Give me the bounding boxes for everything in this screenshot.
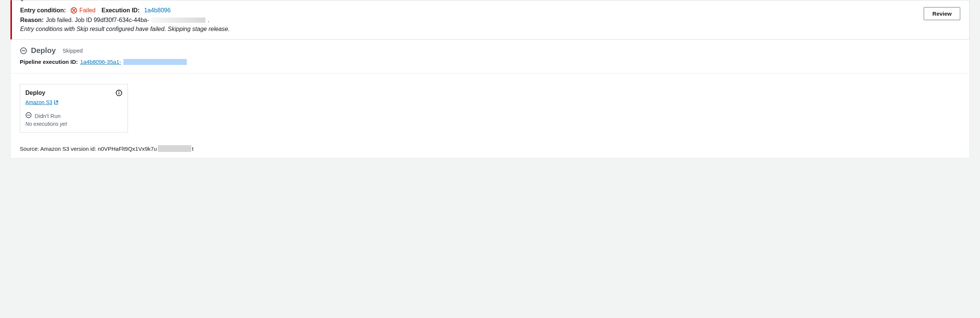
- svg-point-4: [119, 91, 119, 92]
- review-button[interactable]: Review: [924, 7, 960, 20]
- svg-rect-5: [119, 93, 119, 94]
- status-failed: Failed: [70, 7, 96, 14]
- source-suffix: t: [192, 145, 194, 152]
- failed-text: Failed: [80, 7, 96, 14]
- didnt-run-icon: [25, 112, 32, 120]
- reason-text: Job failed. Job ID 99df30f7-634c-44ba-: [46, 17, 149, 24]
- redacted-exec-id: [123, 59, 187, 65]
- provider-link[interactable]: Amazon S3: [25, 99, 59, 105]
- reason-label: Reason:: [20, 17, 44, 24]
- stage-status: Skipped: [63, 47, 83, 54]
- pipeline-exec-label: Pipeline execution ID:: [20, 59, 78, 65]
- action-card: Deploy Amazon S3: [20, 84, 128, 133]
- entry-condition-label: Entry condition:: [20, 7, 66, 14]
- skip-note: Entry conditions with Skip result config…: [20, 26, 918, 32]
- stage-panel: Deploy Skipped Pipeline execution ID: 1a…: [10, 40, 970, 158]
- source-line: Source: Amazon S3 version id: n0VPHaFlt9…: [20, 145, 960, 152]
- source-prefix: Source: Amazon S3 version id: n0VPHaFlt9…: [20, 145, 157, 152]
- entry-condition-panel: Entry condition: Failed Execution ID: 1a…: [10, 0, 970, 40]
- pipeline-connector-arrow-icon: [17, 0, 27, 4]
- provider-text: Amazon S3: [25, 99, 52, 105]
- redacted-jobid: [151, 18, 205, 23]
- pipeline-exec-link[interactable]: 1a4b8096-35a1-: [80, 59, 121, 65]
- execution-id-label: Execution ID:: [102, 7, 140, 14]
- execution-id-link[interactable]: 1a4b8096: [144, 7, 170, 14]
- reason-suffix: .: [208, 17, 209, 24]
- no-executions-text: No executions yet: [25, 121, 123, 127]
- action-name: Deploy: [25, 89, 45, 96]
- stage-name: Deploy: [31, 46, 56, 55]
- collapse-icon[interactable]: [20, 47, 27, 54]
- external-link-icon: [54, 100, 59, 105]
- failed-icon: [70, 7, 77, 14]
- action-status: Didn't Run: [35, 113, 61, 119]
- redacted-version-id: [158, 145, 191, 152]
- info-icon[interactable]: [116, 89, 123, 96]
